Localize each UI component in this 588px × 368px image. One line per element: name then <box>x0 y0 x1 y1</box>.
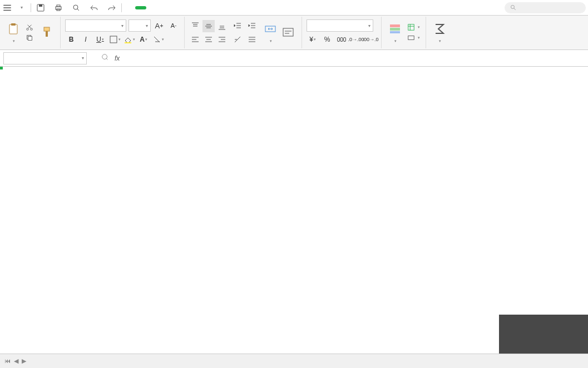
percent-icon[interactable]: % <box>321 33 333 46</box>
svg-rect-16 <box>125 42 131 43</box>
tab-home[interactable] <box>135 6 146 9</box>
wrap-button[interactable] <box>279 26 297 40</box>
spreadsheet <box>0 67 588 354</box>
divider <box>31 3 31 12</box>
tab-member[interactable] <box>242 6 253 9</box>
group-styles: ▾ ▾ ▾ <box>382 17 426 48</box>
svg-rect-1 <box>39 4 42 7</box>
chevron-down-icon: ▾ <box>21 5 23 10</box>
svg-rect-22 <box>408 24 414 31</box>
font-color-icon[interactable]: A▾ <box>137 33 150 46</box>
tab-layout[interactable] <box>162 6 173 9</box>
command-search[interactable] <box>505 2 586 13</box>
save-icon[interactable] <box>34 2 47 14</box>
svg-rect-19 <box>390 24 400 27</box>
group-alignment: ▾ <box>185 17 302 48</box>
group-editing: ▾ <box>426 17 453 48</box>
table-style-button[interactable]: ▾ <box>406 23 421 32</box>
print-preview-icon[interactable] <box>70 2 82 14</box>
fill-color-icon[interactable]: ▾ <box>123 33 135 46</box>
group-font: ▾ ▾ A+ A- B I U▾ ▾ ▾ A▾ ▾ <box>61 17 185 48</box>
svg-rect-8 <box>11 23 16 26</box>
svg-rect-15 <box>110 36 117 43</box>
svg-rect-13 <box>44 27 50 31</box>
svg-point-9 <box>27 28 29 31</box>
fill-handle[interactable] <box>0 67 3 69</box>
svg-rect-14 <box>46 31 48 37</box>
currency-icon[interactable]: ¥▾ <box>307 33 319 46</box>
tab-view[interactable] <box>215 6 226 9</box>
file-menu[interactable]: ▾ <box>14 0 27 15</box>
bold-icon[interactable]: B <box>65 33 77 46</box>
border-icon[interactable]: ▾ <box>108 33 121 46</box>
sheet-tab-bar: ⏮ ◀ ▶ <box>0 354 588 368</box>
redo-icon[interactable] <box>106 2 118 14</box>
search-icon <box>510 4 517 11</box>
align-top-icon[interactable] <box>189 20 201 32</box>
cell-style-button[interactable]: ▾ <box>406 33 421 42</box>
print-icon[interactable] <box>52 2 65 14</box>
decrease-indent-icon[interactable] <box>231 19 244 32</box>
name-box[interactable]: ▾ <box>3 52 87 64</box>
tab-formula[interactable] <box>175 6 186 9</box>
underline-icon[interactable]: U▾ <box>94 33 106 46</box>
cond-format-button[interactable]: ▾ <box>386 22 404 43</box>
italic-icon[interactable]: I <box>80 33 92 46</box>
paste-label: ▾ <box>12 37 15 43</box>
cancel-icon[interactable] <box>101 53 109 63</box>
comma-icon[interactable]: 000 <box>335 33 348 46</box>
watermark-brand <box>499 315 588 354</box>
format-painter-button[interactable] <box>38 26 56 40</box>
clear-format-icon[interactable]: ▾ <box>152 33 164 46</box>
tab-dev[interactable] <box>229 6 240 9</box>
tab-data[interactable] <box>189 6 200 9</box>
svg-rect-21 <box>390 31 400 33</box>
formula-input[interactable] <box>120 52 588 64</box>
formula-bar: ▾ fx <box>0 50 588 67</box>
tab-insert[interactable] <box>149 6 160 9</box>
svg-point-6 <box>511 5 515 8</box>
divider <box>121 3 122 12</box>
decrease-font-icon[interactable]: A- <box>167 19 180 32</box>
ribbon-tabs <box>135 0 253 15</box>
fx-icon[interactable]: fx <box>115 54 120 62</box>
hamburger-icon[interactable] <box>2 3 12 13</box>
align-center-icon[interactable] <box>202 33 215 46</box>
number-format-select[interactable]: ▾ <box>307 19 373 32</box>
group-clipboard: ▾ <box>0 17 61 48</box>
copy-button[interactable] <box>24 33 36 42</box>
cut-button[interactable] <box>24 23 36 32</box>
increase-font-icon[interactable]: A+ <box>153 19 165 32</box>
align-left-icon[interactable] <box>189 33 201 46</box>
ribbon: ▾ ▾ ▾ A+ A- B I U▾ ▾ ▾ A▾ <box>0 16 588 50</box>
group-number: ▾ ¥▾ % 000 .0→.00 .00→.0 <box>302 17 382 48</box>
font-name-select[interactable]: ▾ <box>65 19 126 32</box>
orientation-icon[interactable] <box>231 33 244 46</box>
rtl-icon[interactable] <box>246 33 258 46</box>
align-middle-icon[interactable] <box>202 20 215 32</box>
svg-point-5 <box>73 5 78 9</box>
sheet-nav-prev-icon[interactable]: ◀ <box>14 357 18 365</box>
paste-button[interactable]: ▾ <box>4 22 22 43</box>
sheet-nav-next-icon[interactable]: ▶ <box>22 357 26 365</box>
align-bottom-icon[interactable] <box>216 20 228 32</box>
sum-button[interactable]: ▾ <box>431 22 448 43</box>
tab-review[interactable] <box>202 6 213 9</box>
decrease-decimal-icon[interactable]: .00→.0 <box>364 33 377 46</box>
search-input[interactable] <box>519 4 580 11</box>
quick-access-toolbar <box>34 2 118 14</box>
sheet-nav-first-icon[interactable]: ⏮ <box>4 357 11 365</box>
svg-rect-23 <box>408 36 414 40</box>
undo-icon[interactable] <box>88 2 100 14</box>
font-size-select[interactable]: ▾ <box>129 19 151 32</box>
increase-decimal-icon[interactable]: .0→.00 <box>350 33 362 46</box>
svg-point-10 <box>31 28 33 31</box>
svg-rect-18 <box>283 28 293 36</box>
merge-button[interactable]: ▾ <box>261 22 279 43</box>
chevron-down-icon: ▾ <box>82 56 84 61</box>
menu-bar: ▾ <box>0 0 588 16</box>
svg-rect-7 <box>9 24 17 34</box>
align-right-icon[interactable] <box>216 33 228 46</box>
increase-indent-icon[interactable] <box>246 19 258 32</box>
svg-rect-12 <box>28 36 32 40</box>
